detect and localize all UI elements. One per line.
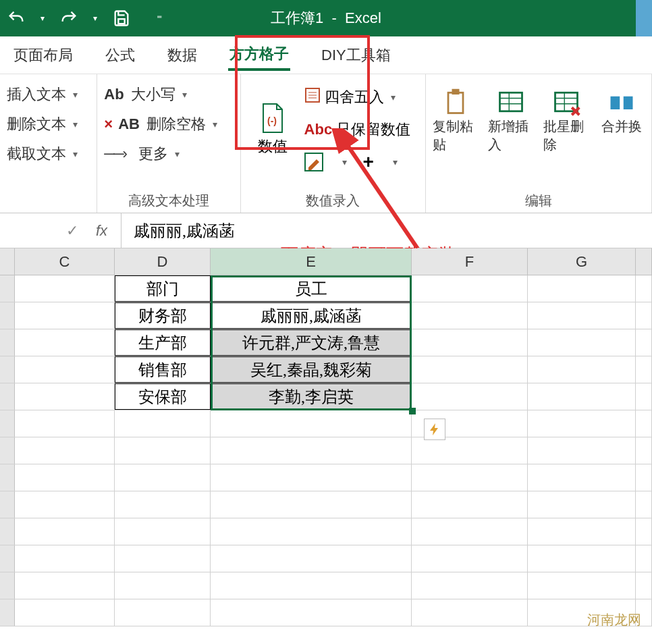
round-icon bbox=[304, 87, 321, 107]
round-button[interactable]: 四舍五入▾ bbox=[304, 84, 411, 111]
group-text-ops-left: 插入文本▾ 删除文本▾ 截取文本▾ bbox=[0, 74, 97, 213]
chevron-down-icon: ▾ bbox=[391, 92, 396, 103]
tab-fangfang[interactable]: 方方格子 bbox=[228, 40, 290, 71]
numeric-button[interactable]: (-) 数值 bbox=[248, 86, 298, 173]
cell-emp[interactable]: 戚丽丽,戚涵菡 bbox=[211, 302, 412, 329]
insert-text-button[interactable]: 插入文本▾ bbox=[7, 80, 90, 109]
chevron-down-icon: ▾ bbox=[213, 119, 217, 130]
window-control-icon[interactable] bbox=[636, 0, 652, 36]
batch-delete-button[interactable]: 批星删除 bbox=[543, 86, 589, 154]
cell-dept[interactable]: 财务部 bbox=[115, 302, 211, 329]
col-header-g[interactable]: G bbox=[528, 248, 636, 275]
window-title: 工作簿1 - Excel bbox=[271, 8, 381, 28]
svg-rect-0 bbox=[118, 19, 124, 24]
save-icon[interactable] bbox=[112, 9, 131, 28]
svg-rect-3 bbox=[448, 92, 463, 113]
delete-text-button[interactable]: 删除文本▾ bbox=[7, 109, 90, 139]
ribbon-tabs: 页面布局 公式 数据 方方格子 DIY工具箱 bbox=[0, 36, 652, 74]
svg-rect-5 bbox=[500, 92, 522, 111]
undo-icon[interactable] bbox=[7, 9, 26, 28]
selection-handle[interactable] bbox=[409, 408, 416, 414]
col-header-d[interactable]: D bbox=[115, 248, 211, 275]
col-header-f[interactable]: F bbox=[412, 248, 528, 275]
redo-dropdown-icon[interactable]: ▾ bbox=[93, 14, 97, 23]
undo-dropdown-icon[interactable]: ▾ bbox=[40, 14, 45, 23]
chevron-down-icon[interactable]: ▾ bbox=[342, 157, 347, 167]
cell-d-header[interactable]: 部门 bbox=[115, 275, 211, 302]
case-icon: Ab bbox=[104, 86, 124, 103]
tab-formula[interactable]: 公式 bbox=[104, 41, 136, 70]
spreadsheet-grid[interactable]: C D E F G 部门 员工 财务部 戚丽丽,戚涵菡 生产部 许元群,严文涛,… bbox=[0, 248, 652, 626]
tab-diy-toolbox[interactable]: DIY工具箱 bbox=[320, 41, 392, 70]
col-header-e[interactable]: E bbox=[211, 248, 412, 275]
table-row: 生产部 许元群,严文涛,鲁慧 bbox=[0, 329, 652, 356]
svg-rect-4 bbox=[452, 89, 460, 95]
table-row: 部门 员工 bbox=[0, 275, 652, 302]
edit-cell-icon[interactable] bbox=[304, 153, 323, 171]
abc-icon: Abc bbox=[304, 121, 333, 138]
chevron-down-icon[interactable]: ▾ bbox=[393, 157, 398, 167]
cell-emp[interactable]: 李勤,李启英 bbox=[211, 383, 412, 410]
group-edit: 复制粘贴 新增插入 批星删除 合并换 编辑 bbox=[426, 74, 652, 213]
cell-e-header[interactable]: 员工 bbox=[211, 275, 412, 302]
qat-customize-icon[interactable]: ⁼ bbox=[157, 12, 162, 25]
ribbon: 插入文本▾ 删除文本▾ 截取文本▾ Ab大小写▾ ×AB删除空格▾ ──› 更多… bbox=[0, 74, 652, 213]
table-row: 安保部 李勤,李启英 bbox=[0, 383, 652, 410]
cell-dept[interactable]: 安保部 bbox=[115, 383, 211, 410]
group-text-ops-right: Ab大小写▾ ×AB删除空格▾ ──› 更多▾ 高级文本处理 bbox=[97, 74, 240, 213]
quick-access-toolbar: ▾ ▾ ⁼ bbox=[7, 9, 162, 28]
copy-paste-button[interactable]: 复制粘贴 bbox=[433, 86, 479, 154]
case-button[interactable]: Ab大小写▾ bbox=[104, 80, 233, 109]
new-insert-button[interactable]: 新增插入 bbox=[488, 86, 534, 154]
more-button[interactable]: ──› 更多▾ bbox=[104, 139, 233, 169]
extract-text-button[interactable]: 截取文本▾ bbox=[7, 139, 90, 169]
title-bar: ▾ ▾ ⁼ 工作簿1 - Excel bbox=[0, 0, 652, 36]
table-insert-icon bbox=[495, 86, 526, 117]
arrow-right-icon: ──› bbox=[104, 145, 126, 163]
group-numeric: (-) 数值 四舍五入▾ Abc 只保留数值 ▾ +▾ 数值录入 bbox=[241, 74, 426, 213]
delete-icon: × bbox=[104, 115, 113, 133]
fx-icon[interactable]: fx bbox=[96, 222, 107, 240]
merge-icon bbox=[606, 86, 637, 117]
check-icon[interactable]: ✓ bbox=[66, 222, 78, 240]
table-delete-icon bbox=[551, 86, 582, 117]
redo-icon[interactable] bbox=[59, 9, 78, 28]
merge-button[interactable]: 合并换 bbox=[599, 86, 645, 154]
watermark: 河南龙网 bbox=[587, 611, 641, 629]
tab-page-layout[interactable]: 页面布局 bbox=[12, 41, 74, 70]
clipboard-icon bbox=[440, 86, 471, 117]
chevron-down-icon: ▾ bbox=[73, 149, 78, 159]
chevron-down-icon: ▾ bbox=[73, 119, 78, 130]
table-row: 销售部 吴红,秦晶,魏彩菊 bbox=[0, 356, 652, 383]
cell-emp[interactable]: 许元群,严文涛,鲁慧 bbox=[211, 329, 412, 356]
chevron-down-icon: ▾ bbox=[182, 89, 187, 100]
lightning-icon bbox=[428, 423, 441, 436]
column-headers: C D E F G bbox=[0, 248, 652, 275]
table-row: 财务部 戚丽丽,戚涵菡 bbox=[0, 302, 652, 329]
cell-dept[interactable]: 销售部 bbox=[115, 356, 211, 383]
chevron-down-icon: ▾ bbox=[175, 149, 180, 159]
group-label: 编辑 bbox=[433, 192, 645, 210]
group-label: 数值录入 bbox=[248, 192, 418, 210]
col-header-c[interactable]: C bbox=[15, 248, 115, 275]
group-label: 高级文本处理 bbox=[104, 192, 233, 210]
keep-numeric-button[interactable]: Abc 只保留数值 bbox=[304, 116, 411, 143]
svg-text:(-): (-) bbox=[267, 115, 277, 126]
formula-input[interactable]: 戚丽丽,戚涵菡 bbox=[121, 220, 235, 242]
cell-dept[interactable]: 生产部 bbox=[115, 329, 211, 356]
cell-emp[interactable]: 吴红,秦晶,魏彩菊 bbox=[211, 356, 412, 383]
delete-space-button[interactable]: ×AB删除空格▾ bbox=[104, 109, 233, 139]
tab-data[interactable]: 数据 bbox=[166, 41, 198, 70]
quick-analysis-button[interactable] bbox=[424, 419, 445, 440]
plus-icon[interactable]: + bbox=[363, 151, 374, 173]
document-icon: (-) bbox=[259, 103, 286, 134]
chevron-down-icon: ▾ bbox=[73, 89, 78, 100]
